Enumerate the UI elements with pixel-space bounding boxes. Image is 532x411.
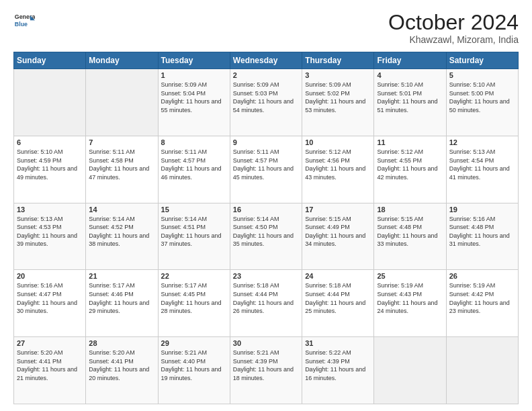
cell-content: Sunrise: 5:21 AM Sunset: 4:40 PM Dayligh… xyxy=(161,349,227,382)
day-number: 5 xyxy=(449,71,515,79)
day-number: 22 xyxy=(161,272,227,280)
calendar-cell: 27Sunrise: 5:20 AM Sunset: 4:41 PM Dayli… xyxy=(14,337,86,404)
cell-content: Sunrise: 5:13 AM Sunset: 4:53 PM Dayligh… xyxy=(17,215,83,248)
cell-content: Sunrise: 5:10 AM Sunset: 5:00 PM Dayligh… xyxy=(449,81,515,114)
calendar-cell: 4Sunrise: 5:10 AM Sunset: 5:01 PM Daylig… xyxy=(374,69,446,136)
cell-content: Sunrise: 5:16 AM Sunset: 4:47 PM Dayligh… xyxy=(17,281,83,315)
day-number: 16 xyxy=(233,205,299,214)
subtitle: Khawzawl, Mizoram, India xyxy=(388,34,519,45)
day-number: 29 xyxy=(161,339,227,347)
day-number: 3 xyxy=(305,71,371,79)
day-number: 14 xyxy=(89,205,154,214)
day-header-tuesday: Tuesday xyxy=(158,52,230,69)
day-header-thursday: Thursday xyxy=(302,52,374,69)
logo-icon: General Blue xyxy=(13,11,35,32)
day-number: 4 xyxy=(377,71,443,79)
calendar-body: 1Sunrise: 5:09 AM Sunset: 5:04 PM Daylig… xyxy=(14,69,519,404)
calendar-cell: 16Sunrise: 5:14 AM Sunset: 4:50 PM Dayli… xyxy=(230,203,302,270)
calendar-cell: 23Sunrise: 5:18 AM Sunset: 4:44 PM Dayli… xyxy=(230,270,302,337)
main-title: October 2024 xyxy=(388,11,519,34)
cell-content: Sunrise: 5:21 AM Sunset: 4:39 PM Dayligh… xyxy=(233,349,299,382)
cell-content: Sunrise: 5:22 AM Sunset: 4:39 PM Dayligh… xyxy=(305,349,371,382)
day-number: 24 xyxy=(305,272,371,280)
cell-content: Sunrise: 5:11 AM Sunset: 4:57 PM Dayligh… xyxy=(161,148,227,181)
calendar-table: SundayMondayTuesdayWednesdayThursdayFrid… xyxy=(13,52,519,404)
day-number: 31 xyxy=(305,339,371,347)
cell-content: Sunrise: 5:11 AM Sunset: 4:57 PM Dayligh… xyxy=(233,148,299,181)
day-number: 18 xyxy=(377,205,443,214)
cell-content: Sunrise: 5:15 AM Sunset: 4:49 PM Dayligh… xyxy=(305,215,371,248)
cell-content: Sunrise: 5:14 AM Sunset: 4:52 PM Dayligh… xyxy=(89,215,154,248)
cell-content: Sunrise: 5:12 AM Sunset: 4:55 PM Dayligh… xyxy=(377,148,443,181)
week-row-4: 20Sunrise: 5:16 AM Sunset: 4:47 PM Dayli… xyxy=(14,270,519,337)
calendar-cell: 17Sunrise: 5:15 AM Sunset: 4:49 PM Dayli… xyxy=(302,203,374,270)
calendar-cell: 11Sunrise: 5:12 AM Sunset: 4:55 PM Dayli… xyxy=(374,136,446,203)
title-area: October 2024 Khawzawl, Mizoram, India xyxy=(388,11,519,45)
day-header-wednesday: Wednesday xyxy=(230,52,302,69)
calendar-header: SundayMondayTuesdayWednesdayThursdayFrid… xyxy=(14,52,519,69)
calendar-cell: 22Sunrise: 5:17 AM Sunset: 4:45 PM Dayli… xyxy=(158,270,230,337)
day-number: 26 xyxy=(449,272,515,280)
day-number: 7 xyxy=(89,138,154,146)
cell-content: Sunrise: 5:14 AM Sunset: 4:50 PM Dayligh… xyxy=(233,215,299,248)
calendar-cell: 14Sunrise: 5:14 AM Sunset: 4:52 PM Dayli… xyxy=(86,203,158,270)
cell-content: Sunrise: 5:09 AM Sunset: 5:02 PM Dayligh… xyxy=(305,81,371,114)
cell-content: Sunrise: 5:17 AM Sunset: 4:45 PM Dayligh… xyxy=(161,281,227,315)
day-number: 2 xyxy=(233,71,299,79)
cell-content: Sunrise: 5:20 AM Sunset: 4:41 PM Dayligh… xyxy=(17,349,83,382)
day-number: 9 xyxy=(233,138,299,146)
calendar-cell: 24Sunrise: 5:18 AM Sunset: 4:44 PM Dayli… xyxy=(302,270,374,337)
day-number: 12 xyxy=(449,138,515,146)
calendar-cell: 28Sunrise: 5:20 AM Sunset: 4:41 PM Dayli… xyxy=(86,337,158,404)
cell-content: Sunrise: 5:10 AM Sunset: 4:59 PM Dayligh… xyxy=(17,148,83,181)
header: General Blue October 2024 Khawzawl, Mizo… xyxy=(13,11,519,45)
day-number: 28 xyxy=(89,339,154,347)
cell-content: Sunrise: 5:19 AM Sunset: 4:42 PM Dayligh… xyxy=(449,281,515,315)
calendar-cell: 2Sunrise: 5:09 AM Sunset: 5:03 PM Daylig… xyxy=(230,69,302,136)
calendar-cell: 20Sunrise: 5:16 AM Sunset: 4:47 PM Dayli… xyxy=(14,270,86,337)
calendar-cell: 21Sunrise: 5:17 AM Sunset: 4:46 PM Dayli… xyxy=(86,270,158,337)
cell-content: Sunrise: 5:18 AM Sunset: 4:44 PM Dayligh… xyxy=(233,281,299,315)
day-number: 25 xyxy=(377,272,443,280)
calendar-cell xyxy=(374,337,446,404)
day-number: 6 xyxy=(17,138,83,146)
day-number: 8 xyxy=(161,138,227,146)
day-number: 20 xyxy=(17,272,83,280)
day-number: 19 xyxy=(449,205,515,214)
cell-content: Sunrise: 5:14 AM Sunset: 4:51 PM Dayligh… xyxy=(161,215,227,248)
logo: General Blue xyxy=(13,11,35,32)
day-header-friday: Friday xyxy=(374,52,446,69)
day-number: 27 xyxy=(17,339,83,347)
week-row-1: 1Sunrise: 5:09 AM Sunset: 5:04 PM Daylig… xyxy=(14,69,519,136)
cell-content: Sunrise: 5:11 AM Sunset: 4:58 PM Dayligh… xyxy=(89,148,154,181)
days-of-week-row: SundayMondayTuesdayWednesdayThursdayFrid… xyxy=(14,52,519,69)
calendar-cell: 8Sunrise: 5:11 AM Sunset: 4:57 PM Daylig… xyxy=(158,136,230,203)
calendar-cell: 13Sunrise: 5:13 AM Sunset: 4:53 PM Dayli… xyxy=(14,203,86,270)
day-number: 11 xyxy=(377,138,443,146)
calendar-cell: 25Sunrise: 5:19 AM Sunset: 4:43 PM Dayli… xyxy=(374,270,446,337)
calendar-cell: 26Sunrise: 5:19 AM Sunset: 4:42 PM Dayli… xyxy=(446,270,518,337)
day-number: 13 xyxy=(17,205,83,214)
calendar-cell xyxy=(86,69,158,136)
page: General Blue October 2024 Khawzawl, Mizo… xyxy=(0,0,532,411)
day-number: 21 xyxy=(89,272,154,280)
calendar-cell: 15Sunrise: 5:14 AM Sunset: 4:51 PM Dayli… xyxy=(158,203,230,270)
calendar-cell: 18Sunrise: 5:15 AM Sunset: 4:48 PM Dayli… xyxy=(374,203,446,270)
cell-content: Sunrise: 5:09 AM Sunset: 5:03 PM Dayligh… xyxy=(233,81,299,114)
cell-content: Sunrise: 5:15 AM Sunset: 4:48 PM Dayligh… xyxy=(377,215,443,248)
cell-content: Sunrise: 5:20 AM Sunset: 4:41 PM Dayligh… xyxy=(89,349,154,382)
calendar-cell: 9Sunrise: 5:11 AM Sunset: 4:57 PM Daylig… xyxy=(230,136,302,203)
day-number: 17 xyxy=(305,205,371,214)
calendar-cell: 7Sunrise: 5:11 AM Sunset: 4:58 PM Daylig… xyxy=(86,136,158,203)
cell-content: Sunrise: 5:13 AM Sunset: 4:54 PM Dayligh… xyxy=(449,148,515,181)
calendar-cell xyxy=(446,337,518,404)
day-number: 10 xyxy=(305,138,371,146)
calendar-cell: 3Sunrise: 5:09 AM Sunset: 5:02 PM Daylig… xyxy=(302,69,374,136)
svg-text:Blue: Blue xyxy=(15,21,28,28)
day-header-sunday: Sunday xyxy=(14,52,86,69)
day-number: 15 xyxy=(161,205,227,214)
calendar-cell: 30Sunrise: 5:21 AM Sunset: 4:39 PM Dayli… xyxy=(230,337,302,404)
calendar-cell: 31Sunrise: 5:22 AM Sunset: 4:39 PM Dayli… xyxy=(302,337,374,404)
week-row-5: 27Sunrise: 5:20 AM Sunset: 4:41 PM Dayli… xyxy=(14,337,519,404)
day-number: 1 xyxy=(161,71,227,79)
